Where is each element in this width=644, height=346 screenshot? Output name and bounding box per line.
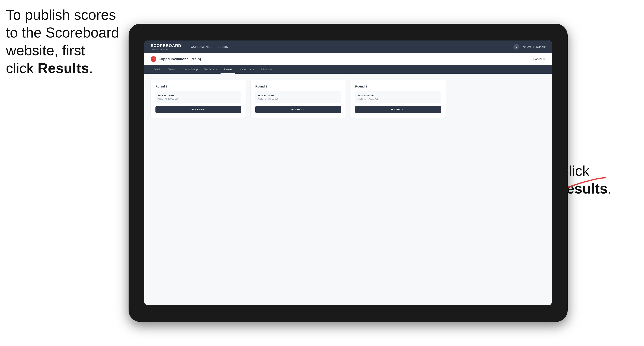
round-title-1: Round 1 <box>156 85 241 88</box>
logo-main-text: SCOREBOARD <box>151 43 181 48</box>
course-card-2: Peachtree GC Gold (M) (7010 yds) <box>255 91 341 103</box>
logo-sub-text: Powered by clippd <box>151 48 181 50</box>
course-name-3: Peachtree GC <box>358 94 438 97</box>
course-name-1: Peachtree GC <box>158 94 238 97</box>
round-card-3: Round 3 Peachtree GC Gold (M) (7010 yds)… <box>350 80 446 118</box>
round-title-3: Round 3 <box>355 85 441 88</box>
tab-teams[interactable]: Teams <box>165 65 179 74</box>
nav-signout[interactable]: Sign out <box>536 45 546 48</box>
title-icon-letter: C <box>152 57 154 61</box>
instruction-left: To publish scores to the Scoreboard webs… <box>6 6 121 77</box>
course-detail-2: Gold (M) (7010 yds) <box>258 97 338 100</box>
course-detail-1: Gold (M) (7010 yds) <box>158 97 238 100</box>
instruction-line1: To publish scores <box>6 7 116 23</box>
tablet-device: SCOREBOARD Powered by clippd TOURNAMENTS… <box>128 24 568 322</box>
page-title: Clippd Invitational (Main) <box>159 57 201 61</box>
page-title-icon: C <box>151 56 156 62</box>
top-navigation: SCOREBOARD Powered by clippd TOURNAMENTS… <box>144 40 552 53</box>
user-avatar: U <box>514 44 519 50</box>
instruction-right-period: . <box>608 181 612 196</box>
tab-navigation: DetailsTeamsCourse SetupTee GroupsResult… <box>144 65 552 74</box>
course-card-3: Peachtree GC Gold (M) (7010 yds) <box>355 91 441 103</box>
tab-results[interactable]: Results <box>220 65 235 74</box>
instruction-line4-plain: click <box>6 60 38 76</box>
nav-teams[interactable]: TEAMS <box>218 45 228 48</box>
nav-tournaments[interactable]: TOURNAMENTS <box>189 45 212 48</box>
edit-results-button-1[interactable]: Edit Results <box>156 106 241 113</box>
edit-results-button-2[interactable]: Edit Results <box>255 106 341 113</box>
round-card-2: Round 2 Peachtree GC Gold (M) (7010 yds)… <box>250 80 346 118</box>
tablet-screen: SCOREBOARD Powered by clippd TOURNAMENTS… <box>144 40 552 305</box>
cancel-icon: ✕ <box>543 57 546 61</box>
course-name-2: Peachtree GC <box>258 94 338 97</box>
page-header: C Clippd Invitational (Main) Cancel ✕ <box>144 53 552 65</box>
app-logo: SCOREBOARD Powered by clippd <box>151 43 181 50</box>
tab-course-setup[interactable]: Course Setup <box>179 65 201 74</box>
cancel-button[interactable]: Cancel ✕ <box>533 57 546 61</box>
nav-user-label: Test User | <box>521 45 534 48</box>
round-title-2: Round 2 <box>255 85 341 88</box>
course-detail-3: Gold (M) (7010 yds) <box>358 97 438 100</box>
page-title-row: C Clippd Invitational (Main) <box>151 56 201 62</box>
instruction-results-bold: Results <box>38 60 89 76</box>
edit-results-button-3[interactable]: Edit Results <box>355 106 441 113</box>
course-card-1: Peachtree GC Gold (M) (7010 yds) <box>156 91 241 103</box>
content-area: Round 1 Peachtree GC Gold (M) (7010 yds)… <box>144 74 552 305</box>
rounds-grid: Round 1 Peachtree GC Gold (M) (7010 yds)… <box>151 80 546 118</box>
instruction-line2: to the Scoreboard <box>6 25 119 40</box>
nav-links: TOURNAMENTS TEAMS <box>189 45 514 48</box>
tab-details[interactable]: Details <box>151 65 165 74</box>
nav-right: U Test User | Sign out <box>514 44 546 50</box>
instruction-period: . <box>89 60 93 76</box>
cancel-label: Cancel <box>533 57 542 61</box>
round-card-1: Round 1 Peachtree GC Gold (M) (7010 yds)… <box>151 80 246 118</box>
tab-leaderboards[interactable]: Leaderboards <box>235 65 258 74</box>
tab-tee-groups[interactable]: Tee Groups <box>201 65 220 74</box>
tab-printables[interactable]: Printables <box>258 65 275 74</box>
instruction-line3: website, first <box>6 42 85 58</box>
